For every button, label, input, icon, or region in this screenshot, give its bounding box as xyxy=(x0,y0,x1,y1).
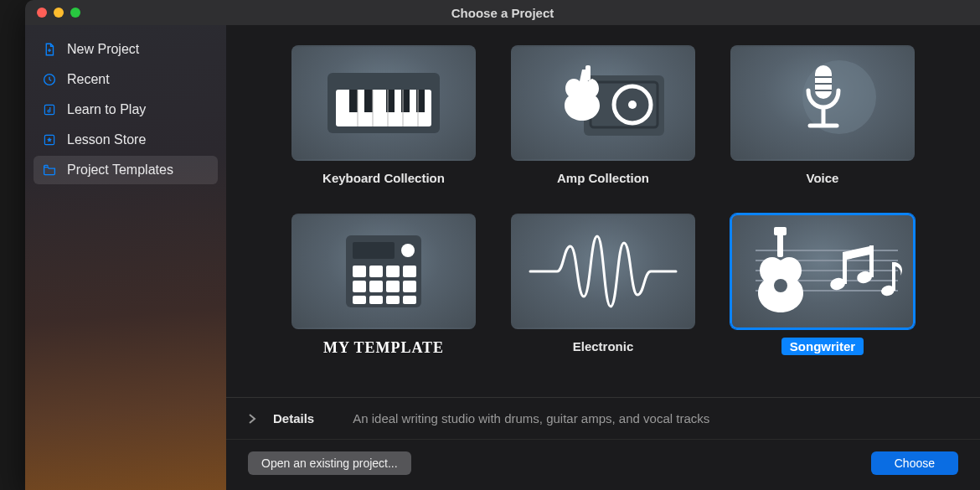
microphone-icon xyxy=(760,57,885,149)
clock-icon xyxy=(42,72,57,87)
details-label: Details xyxy=(273,411,314,426)
svg-rect-34 xyxy=(353,281,366,292)
svg-rect-39 xyxy=(369,296,383,304)
svg-rect-37 xyxy=(403,281,416,292)
template-songwriter[interactable]: Songwriter xyxy=(730,214,915,358)
svg-rect-38 xyxy=(353,296,366,304)
svg-rect-19 xyxy=(585,65,591,80)
svg-rect-40 xyxy=(386,296,400,304)
svg-rect-30 xyxy=(353,266,366,277)
svg-rect-32 xyxy=(386,266,400,277)
template-voice[interactable]: Voice xyxy=(730,45,915,187)
template-label: MY TEMPLATE xyxy=(315,338,452,358)
sidebar-item-label: New Project xyxy=(67,42,139,57)
template-keyboard-collection[interactable]: Keyboard Collection xyxy=(291,45,476,187)
svg-rect-36 xyxy=(386,281,400,292)
template-amp-collection[interactable]: Amp Collection xyxy=(511,45,695,187)
template-thumb xyxy=(511,214,695,329)
template-thumb xyxy=(291,45,476,161)
sidebar-item-label: Learn to Play xyxy=(67,102,146,117)
close-window-button[interactable] xyxy=(37,8,47,18)
sidebar-item-project-templates[interactable]: Project Templates xyxy=(34,156,218,184)
chevron-right-icon xyxy=(248,414,260,424)
template-thumb xyxy=(291,214,476,329)
svg-rect-48 xyxy=(774,227,787,235)
svg-rect-5 xyxy=(349,90,358,112)
svg-rect-56 xyxy=(892,262,895,291)
window-title: Choose a Project xyxy=(25,6,980,20)
waveform-icon xyxy=(524,230,683,313)
template-grid-wrap: Keyboard Collection xyxy=(226,25,980,397)
svg-rect-33 xyxy=(403,266,416,277)
main-panel: Keyboard Collection xyxy=(226,25,980,490)
template-label: Voice xyxy=(798,169,848,187)
template-thumb xyxy=(730,45,915,161)
note-icon xyxy=(42,102,57,117)
piano-icon xyxy=(321,64,446,142)
titlebar: Choose a Project xyxy=(25,0,980,25)
svg-rect-35 xyxy=(369,281,383,292)
template-thumb xyxy=(730,214,915,329)
template-grid: Keyboard Collection xyxy=(260,45,946,358)
sidebar-item-learn-to-play[interactable]: Learn to Play xyxy=(34,95,218,124)
drum-machine-icon xyxy=(321,225,446,317)
template-label: Amp Collection xyxy=(549,169,658,187)
songwriter-icon xyxy=(739,225,906,317)
sidebar-item-label: Project Templates xyxy=(67,162,173,178)
svg-point-29 xyxy=(401,244,415,257)
sidebar: New Project Recent Learn to Play Lesson … xyxy=(25,25,226,490)
svg-rect-28 xyxy=(353,242,395,259)
sidebar-item-label: Recent xyxy=(67,72,110,87)
document-plus-icon xyxy=(42,42,57,57)
details-description: An ideal writing studio with drums, guit… xyxy=(353,411,709,426)
project-chooser-window: Choose a Project New Project Recent Lear… xyxy=(25,0,980,490)
minimize-window-button[interactable] xyxy=(54,8,64,18)
sidebar-item-new-project[interactable]: New Project xyxy=(34,35,218,64)
template-label: Keyboard Collection xyxy=(314,169,453,187)
details-row[interactable]: Details An ideal writing studio with dru… xyxy=(226,397,980,439)
svg-rect-1 xyxy=(44,105,54,114)
svg-point-49 xyxy=(774,279,787,292)
zoom-window-button[interactable] xyxy=(70,8,80,18)
svg-rect-21 xyxy=(815,65,832,99)
sidebar-item-lesson-store[interactable]: Lesson Store xyxy=(34,126,218,154)
template-label: Songwriter xyxy=(781,338,864,355)
svg-marker-54 xyxy=(843,245,874,260)
folder-icon xyxy=(42,162,57,178)
svg-rect-6 xyxy=(364,90,373,112)
choose-button[interactable]: Choose xyxy=(871,451,958,475)
window-controls xyxy=(37,8,80,18)
window-body: New Project Recent Learn to Play Lesson … xyxy=(25,25,980,490)
open-existing-project-button[interactable]: Open an existing project... xyxy=(248,451,411,475)
template-thumb xyxy=(511,45,695,161)
template-my-template[interactable]: MY TEMPLATE xyxy=(291,214,476,358)
svg-rect-31 xyxy=(369,266,383,277)
svg-rect-41 xyxy=(403,296,416,304)
template-electronic[interactable]: Electronic xyxy=(511,214,695,358)
footer: Open an existing project... Choose xyxy=(226,439,980,490)
template-label: Electronic xyxy=(565,338,642,355)
sidebar-item-recent[interactable]: Recent xyxy=(34,65,218,94)
svg-point-18 xyxy=(628,101,637,109)
sidebar-item-label: Lesson Store xyxy=(67,132,146,147)
star-box-icon xyxy=(42,132,57,147)
amp-icon xyxy=(532,57,674,149)
